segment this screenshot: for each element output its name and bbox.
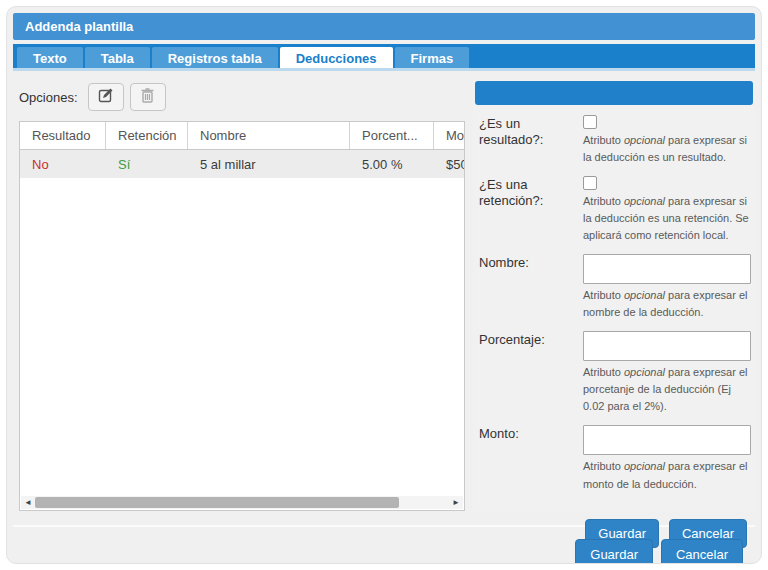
scroll-left-arrow-icon[interactable]: ◄ — [21, 498, 35, 507]
dialog-save-button[interactable]: Guardar — [575, 539, 653, 564]
form-row-es-resultado: ¿Es un resultado?: Atributo opcional par… — [473, 115, 755, 176]
field-help: Atributo opcional para expresar el nombr… — [583, 287, 751, 321]
form-row-monto: Monto: Atributo opcional para expresar e… — [473, 425, 755, 502]
dialog-cancel-button[interactable]: Cancelar — [661, 539, 743, 564]
column-header-retencion[interactable]: Retención — [106, 122, 188, 149]
field-help: Atributo opcional para expresar el monto… — [583, 458, 751, 492]
table-header-row: Resultado Retención Nombre Porcent... Mo… — [20, 122, 465, 150]
options-label: Opciones: — [19, 90, 78, 105]
scroll-right-arrow-icon[interactable]: ► — [449, 498, 463, 507]
form-row-es-retencion: ¿Es una retención?: Atributo opcional pa… — [473, 176, 755, 254]
cell-monto: $50 — [434, 150, 465, 178]
tab-tabla[interactable]: Tabla — [85, 47, 150, 68]
field-help: Atributo opcional para expresar si la de… — [583, 193, 751, 244]
deductions-table: Resultado Retención Nombre Porcent... Mo… — [19, 121, 465, 511]
deductions-list-section: Opciones: — [19, 79, 465, 511]
column-header-nombre[interactable]: Nombre — [188, 122, 350, 149]
cell-nombre: 5 al millar — [188, 150, 350, 178]
field-label: ¿Es una retención?: — [479, 176, 571, 252]
porcentaje-input[interactable] — [583, 331, 751, 361]
tab-deducciones[interactable]: Deducciones — [280, 47, 393, 68]
dialog-title: Addenda plantilla — [13, 13, 755, 40]
field-label: Porcentaje: — [479, 331, 571, 423]
scrollbar-thumb[interactable] — [35, 497, 399, 508]
addenda-dialog: Addenda plantilla Texto Tabla Registros … — [6, 6, 762, 564]
tab-registros-tabla[interactable]: Registros tabla — [152, 47, 278, 68]
cell-resultado: No — [20, 150, 106, 178]
field-label: Monto: — [479, 425, 571, 500]
deduction-form-panel: ¿Es un resultado?: Atributo opcional par… — [473, 79, 755, 511]
column-header-porcentaje[interactable]: Porcent... — [350, 122, 434, 149]
monto-input[interactable] — [583, 425, 751, 455]
cell-porcentaje: 5.00 % — [350, 150, 434, 178]
cell-retencion: Sí — [106, 150, 188, 178]
edit-icon — [98, 87, 114, 107]
delete-icon — [140, 87, 155, 107]
form-panel-header — [475, 81, 753, 105]
es-resultado-checkbox[interactable] — [583, 115, 597, 129]
field-help: Atributo opcional para expresar el porce… — [583, 364, 751, 415]
tab-texto[interactable]: Texto — [17, 47, 83, 68]
field-label: Nombre: — [479, 254, 571, 329]
es-retencion-checkbox[interactable] — [583, 176, 597, 190]
form-row-porcentaje: Porcentaje: Atributo opcional para expre… — [473, 331, 755, 425]
scrollbar-track[interactable] — [35, 497, 449, 508]
delete-button[interactable] — [130, 83, 166, 111]
horizontal-scrollbar[interactable]: ◄ ► — [21, 496, 463, 509]
edit-button[interactable] — [88, 83, 124, 111]
table-row[interactable]: No Sí 5 al millar 5.00 % $50 — [20, 150, 465, 178]
form-row-nombre: Nombre: Atributo opcional para expresar … — [473, 254, 755, 331]
options-toolbar: Opciones: — [19, 79, 465, 115]
tab-bar: Texto Tabla Registros tabla Deducciones … — [13, 44, 755, 71]
dialog-content: Opciones: — [13, 71, 755, 511]
column-header-monto[interactable]: Mon — [434, 122, 465, 149]
tab-firmas[interactable]: Firmas — [395, 47, 470, 68]
field-label: ¿Es un resultado?: — [479, 115, 571, 174]
field-help: Atributo opcional para expresar si la de… — [583, 132, 751, 166]
column-header-resultado[interactable]: Resultado — [20, 122, 106, 149]
nombre-input[interactable] — [583, 254, 751, 284]
